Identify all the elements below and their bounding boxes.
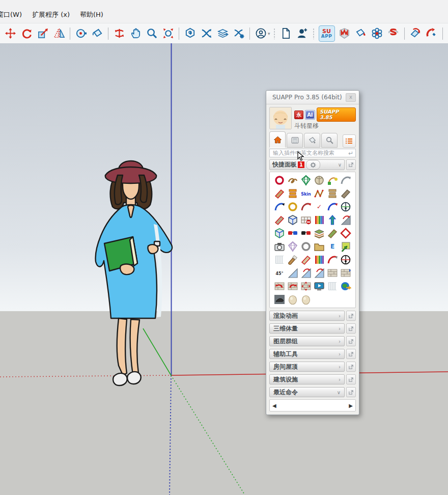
suapp-store-icon[interactable] — [387, 27, 400, 40]
external-link-icon[interactable] — [346, 362, 356, 372]
pipe-bend-icon[interactable] — [339, 174, 352, 187]
pipe-arrow-icon[interactable] — [299, 200, 313, 213]
tape-measure-icon[interactable] — [74, 27, 88, 40]
layers-export-icon[interactable] — [216, 27, 229, 40]
external-link-icon[interactable] — [346, 323, 356, 334]
plank-icon[interactable] — [273, 187, 286, 200]
spring-coil-icon[interactable] — [286, 174, 299, 187]
folder-export-icon[interactable] — [313, 240, 326, 253]
tab-home[interactable] — [269, 131, 286, 148]
model-library-icon[interactable] — [338, 27, 351, 40]
skin-tool-icon[interactable]: Skin — [299, 187, 313, 200]
vr-box-icon[interactable] — [299, 227, 313, 240]
tab-search[interactable] — [321, 133, 338, 148]
section-header-layers-groups[interactable]: 图层群组› — [269, 336, 345, 346]
plugin-gear-icon[interactable] — [232, 27, 245, 40]
prism-icon[interactable] — [286, 240, 299, 253]
tab-calculator[interactable] — [287, 133, 303, 148]
toolbar-grip[interactable] — [313, 28, 315, 39]
external-link-icon[interactable] — [346, 387, 356, 397]
e-command-icon[interactable]: E — [326, 240, 339, 253]
striped-panel-icon[interactable] — [273, 253, 286, 266]
external-link-icon[interactable] — [346, 374, 356, 384]
menu-help[interactable]: 帮助(H) — [75, 9, 108, 20]
move-icon[interactable] — [4, 27, 17, 40]
sketchup-viewport[interactable] — [0, 43, 448, 495]
blue-slope-icon[interactable] — [286, 266, 299, 280]
swap-arrows-icon[interactable] — [200, 27, 213, 40]
external-link-icon[interactable] — [346, 336, 356, 346]
arc-ball-icon[interactable] — [326, 174, 339, 187]
slope-rotate-icon[interactable] — [313, 266, 326, 280]
quick-panel-header[interactable]: 快捷面板 1 ∨ — [269, 159, 345, 170]
slope-arrow-up-icon[interactable] — [299, 266, 313, 280]
avatar[interactable] — [269, 107, 292, 129]
brick-sheet-blue-icon[interactable] — [339, 266, 352, 280]
paint-bucket-icon[interactable] — [91, 27, 104, 40]
blue-arc-icon[interactable] — [326, 200, 339, 213]
angle-gauge-icon[interactable] — [326, 253, 339, 266]
twisted-column-icon[interactable] — [339, 187, 352, 200]
striped-panel-2-icon[interactable] — [326, 280, 339, 293]
account-icon[interactable] — [254, 27, 267, 40]
mirror-icon[interactable] — [52, 27, 66, 40]
image-arrow-icon[interactable] — [339, 240, 352, 253]
color-sticks-icon[interactable] — [313, 253, 326, 266]
wire-gem-icon[interactable] — [299, 174, 313, 187]
up-arrow-icon[interactable] — [326, 213, 339, 227]
chevron-down-icon[interactable]: ∨ — [338, 162, 342, 168]
panel-title-bar[interactable]: SUAPP Pro 3.85 (64bit) x — [266, 91, 359, 104]
cube-axes-icon[interactable] — [286, 213, 299, 227]
arc-cursor-icon[interactable] — [273, 200, 286, 213]
new-document-icon[interactable] — [279, 27, 293, 40]
shell-icon[interactable] — [313, 174, 326, 187]
version-badge[interactable]: SUAPP 3.85 — [317, 107, 356, 122]
brick-cross-icon[interactable] — [299, 280, 313, 293]
anaglyph-glasses-icon[interactable] — [286, 227, 299, 240]
protractor-45-icon[interactable]: 45° — [273, 266, 286, 280]
recent-commands-strip[interactable]: ◀ ▶ — [269, 399, 356, 411]
orbit-icon[interactable] — [113, 27, 126, 40]
search-input[interactable] — [272, 149, 348, 157]
color-stripes-icon[interactable] — [313, 213, 326, 227]
suapp-panel[interactable]: SUAPP Pro 3.85 (64bit) x 永 AI SUAPP 3.85… — [266, 90, 359, 415]
building-stack-icon[interactable] — [286, 187, 299, 200]
section-header-recent-commands[interactable]: 最近命令∨ — [269, 387, 345, 397]
suapp-toolbar-button[interactable]: SUAPP — [319, 25, 335, 42]
north-compass-icon[interactable] — [339, 200, 352, 213]
menu-window[interactable]: 窗口(W) — [0, 9, 27, 20]
person-figure[interactable] — [74, 148, 186, 392]
eraser-clean-icon[interactable] — [409, 27, 422, 40]
sand-arrow-icon[interactable] — [299, 253, 313, 266]
polyline-check-icon[interactable]: ✓ — [313, 200, 326, 213]
shoe-tool-icon[interactable] — [273, 293, 286, 306]
external-link-icon[interactable] — [346, 159, 356, 170]
brick-rotate-right-icon[interactable] — [286, 280, 299, 293]
egg-2-icon[interactable] — [299, 293, 313, 306]
zoom-icon[interactable] — [145, 27, 158, 40]
pan-icon[interactable] — [129, 27, 142, 40]
map-arrow-icon[interactable] — [273, 213, 286, 227]
cube-p-icon[interactable] — [273, 227, 286, 240]
add-person-icon[interactable] — [296, 27, 309, 40]
rotate-icon[interactable] — [20, 27, 33, 40]
compass-b-icon[interactable] — [339, 253, 352, 266]
monitor-play-icon[interactable] — [313, 280, 326, 293]
external-link-icon[interactable] — [346, 349, 356, 359]
paint-drop-icon[interactable] — [354, 27, 368, 40]
scroll-right-icon[interactable]: ▶ — [349, 403, 353, 408]
external-link-icon[interactable] — [346, 311, 356, 321]
zoom-extents-icon[interactable] — [161, 27, 175, 40]
plugin-flower-icon[interactable] — [371, 27, 384, 40]
terrain-layers-icon[interactable] — [313, 227, 326, 240]
list-view-icon[interactable] — [343, 134, 356, 148]
magnet-rotate-icon[interactable] — [425, 27, 438, 40]
scroll-left-icon[interactable]: ◀ — [272, 403, 276, 408]
slope-arrow-icon[interactable] — [339, 213, 352, 227]
camera-icon[interactable] — [273, 240, 286, 253]
earth-export-icon[interactable] — [339, 280, 352, 293]
menu-extensions[interactable]: 扩展程序 (x) — [27, 9, 75, 20]
section-header-room-roof[interactable]: 房间屋顶› — [269, 362, 345, 372]
film-reel-icon[interactable] — [299, 240, 313, 253]
checker-minus-icon[interactable] — [299, 213, 313, 227]
